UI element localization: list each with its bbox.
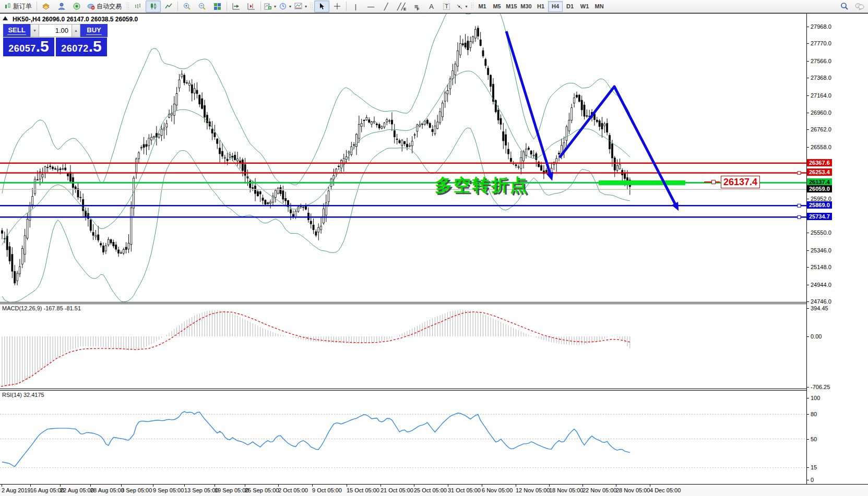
price-tick-label: 25550.0	[811, 229, 831, 236]
one-click-collapse-arrow[interactable]	[3, 16, 8, 20]
channel-tool-button[interactable]: ╱╱E	[394, 1, 409, 13]
hline-handle[interactable]	[798, 215, 801, 219]
line-chart-mode-button[interactable]	[161, 1, 176, 13]
volume-decrease-button[interactable]: ▼	[30, 24, 39, 37]
timeframe-m15[interactable]: M15	[504, 1, 519, 12]
timeframe-d1[interactable]: D1	[563, 1, 577, 12]
candle-body	[199, 95, 200, 104]
auto-trading-icon	[87, 3, 95, 10]
toolbar-grip	[126, 2, 129, 10]
clock-icon	[279, 3, 287, 10]
auto-trading-button[interactable]: 自动交易	[84, 1, 125, 13]
community-chat-button[interactable]	[852, 1, 867, 13]
text-tool-button[interactable]: A	[424, 1, 439, 13]
time-tick-mark	[650, 485, 650, 487]
line-chart-icon	[165, 3, 172, 10]
candle-body	[480, 40, 481, 45]
new-order-button[interactable]: 新订单	[1, 1, 35, 13]
sell-button[interactable]: SELL	[3, 24, 30, 37]
candle-body	[24, 236, 26, 255]
trendline-tool-button[interactable]: ╱	[378, 1, 394, 13]
toolbar-grip	[471, 2, 473, 10]
time-axis-label: 9 Oct 05:00	[312, 487, 342, 493]
tile-windows-button[interactable]	[210, 1, 225, 13]
text-tool-icon: A	[429, 3, 434, 10]
candle-body	[368, 120, 370, 123]
time-axis-label: 22 Nov 05:00	[582, 487, 616, 493]
cursor-icon	[318, 3, 325, 10]
time-axis-label: 15 Oct 05:00	[347, 487, 379, 493]
signal-button[interactable]	[69, 1, 84, 13]
candle-body	[568, 120, 570, 131]
market-watch-button[interactable]	[39, 1, 54, 13]
time-axis-label: 25 Sep 05:00	[245, 487, 279, 493]
time-tick-mark	[582, 485, 583, 487]
rsi-tick-mark	[807, 480, 809, 480]
candle-body	[394, 130, 395, 137]
price-tick-label: 27968.0	[811, 23, 831, 30]
price-callout-handle[interactable]	[711, 180, 716, 184]
zoom-in-button[interactable]	[180, 1, 195, 13]
time-tick-mark	[184, 485, 185, 487]
hline-handle[interactable]	[798, 171, 801, 174]
timeframe-m30[interactable]: M30	[519, 1, 533, 12]
candle-body	[353, 145, 355, 146]
time-tick-mark	[482, 485, 482, 487]
indicators-button[interactable]: ▾	[263, 1, 278, 13]
timeframe-h1[interactable]: H1	[533, 1, 548, 12]
new-order-label: 新订单	[13, 2, 32, 11]
price-callout-label[interactable]: 26137.4	[721, 176, 760, 188]
timeframe-h4[interactable]: H4	[548, 1, 563, 12]
timeframe-m5[interactable]: M5	[490, 1, 504, 12]
candle-body	[244, 164, 246, 175]
cursor-tool-button[interactable]	[314, 1, 329, 13]
bar-chart-mode-button[interactable]	[130, 1, 146, 13]
candle-body	[259, 192, 261, 194]
label-tool-button[interactable]: T	[439, 1, 454, 13]
dropdown-arrow-icon: ▾	[289, 4, 291, 9]
volume-input[interactable]: 1.00	[39, 24, 72, 37]
timeframe-m1[interactable]: M1	[475, 1, 490, 12]
main-chart-canvas	[0, 14, 806, 302]
profile-button[interactable]	[54, 1, 69, 13]
timeframe-mn[interactable]: MN	[592, 1, 607, 12]
sell-price[interactable]: 26057.5	[3, 38, 54, 56]
time-axis-label: 6 Nov 05:00	[482, 487, 513, 493]
buy-button[interactable]: BUY	[80, 24, 108, 37]
candle-body	[267, 203, 269, 204]
turning-point-annotation[interactable]: 多空转折点	[435, 174, 529, 197]
support-highlight-segment[interactable]	[599, 180, 685, 185]
chart-shift-button[interactable]	[244, 1, 259, 13]
templates-button[interactable]: ▾	[293, 1, 308, 13]
trend-arrow-1[interactable]	[506, 31, 551, 177]
timeframes-menu-button[interactable]: ▾	[278, 1, 293, 13]
buy-price[interactable]: 26072.5	[56, 38, 107, 56]
horizontal-line-tool-button[interactable]: —	[363, 1, 378, 13]
timeframe-w1[interactable]: W1	[577, 1, 592, 12]
crosshair-tool-button[interactable]	[329, 1, 344, 13]
candle-body	[320, 226, 322, 230]
zoom-out-button[interactable]	[195, 1, 210, 13]
candle-body	[265, 200, 266, 204]
candle-body	[616, 166, 618, 171]
candle-body	[474, 29, 476, 38]
candle-body	[422, 124, 423, 125]
candle-body	[52, 167, 54, 169]
auto-scroll-button[interactable]	[229, 1, 244, 13]
candle-body	[340, 160, 342, 168]
candle-body	[541, 165, 542, 170]
time-tick-mark	[616, 485, 616, 487]
macd-pane-divider[interactable]	[0, 302, 806, 303]
volume-increase-button[interactable]: ▲	[72, 24, 80, 37]
candlestick-mode-button[interactable]	[146, 1, 161, 13]
candle-body	[576, 95, 577, 97]
fibonacci-tool-button[interactable]: ≡F	[409, 1, 424, 13]
hline-handle[interactable]	[798, 204, 801, 207]
arrows-tool-button[interactable]: ▾	[454, 1, 469, 13]
vertical-line-tool-button[interactable]: |	[348, 1, 363, 13]
rsi-pane-divider[interactable]	[0, 389, 806, 389]
candle-body	[414, 135, 415, 135]
macd-tick-label: 394.45	[811, 305, 828, 311]
candle-body	[103, 246, 104, 252]
search-button[interactable]	[837, 1, 852, 13]
